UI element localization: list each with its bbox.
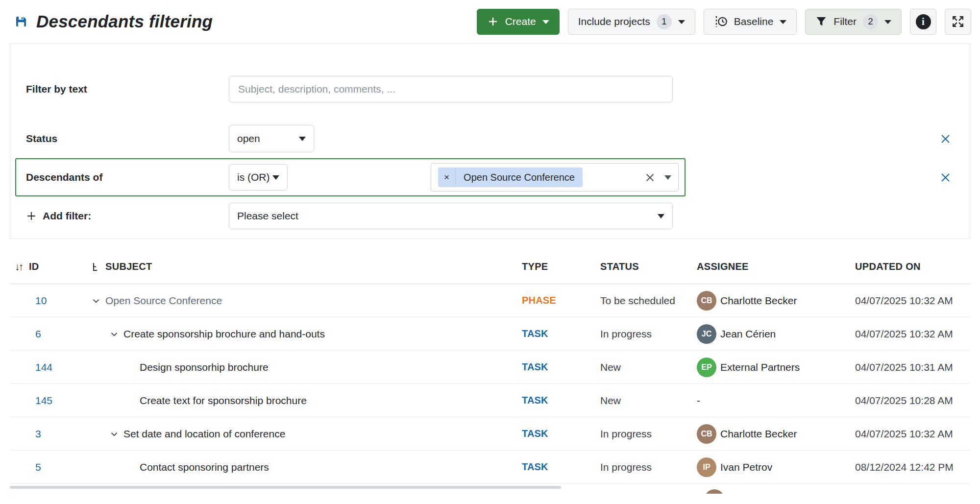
fullscreen-icon [952,15,964,28]
type-label: TASK [512,395,590,406]
id-cell: 10 [10,295,81,307]
avatar: EP [697,358,716,377]
descendants-operator-select[interactable]: is (OR) [229,164,288,191]
type-label: TASK [512,361,590,373]
avatar [705,489,724,494]
partial-next-row [10,484,970,494]
filter-row-text: Filter by text [26,76,960,102]
plus-icon [487,16,499,27]
include-projects-label: Include projects [578,16,650,27]
status-operator-value: open [237,133,260,144]
filter-row-descendants: Descendants of is (OR) × Open Source Con… [10,158,960,196]
avatar: IP [697,457,716,477]
work-package-id-link[interactable]: 10 [35,295,47,306]
status-filter-label: Status [26,133,229,144]
page-title: Descendants filtering [36,12,213,31]
table-row[interactable]: 3 Set date and location of conference TA… [10,417,970,451]
create-button-label: Create [505,16,536,27]
assignee-cell: JC Jean Cérien [691,324,850,344]
chevron-down-icon[interactable] [664,175,671,180]
sort-icon: ↓↑ [15,261,22,273]
chevron-down-icon [678,20,685,24]
clear-selection-icon[interactable] [645,173,655,182]
table-row[interactable]: 145 Create text for sponsorship brochure… [10,384,970,417]
descendants-operator-value: is (OR) [237,171,270,183]
assignee-cell: CB Charlotte Becker [691,291,850,311]
subject-cell: Open Source Conference [81,295,512,307]
table-header-row: ↓↑ ID SUBJECT TYPE STATUS ASSIGNEE UPDAT… [10,250,970,284]
chevron-down-icon [272,175,279,180]
work-package-id-link[interactable]: 6 [35,328,41,339]
column-header-assignee[interactable]: ASSIGNEE [691,261,850,272]
toolbar: Descendants filtering Create Include pro… [0,0,980,43]
updated-on-value: 04/07/2025 10:32 AM [850,428,970,440]
assignee-cell: EP External Partners [691,358,850,377]
info-icon: i [916,14,931,29]
remove-status-filter-button[interactable] [931,134,960,144]
work-package-id-link[interactable]: 144 [35,361,52,373]
subject-text: Create text for sponsorship brochure [140,395,307,407]
column-header-type[interactable]: TYPE [512,261,590,272]
filter-row-status: Status open [26,125,960,152]
table-body: 10 Open Source Conference PHASE To be sc… [10,284,970,484]
filter-button[interactable]: Filter 2 [805,9,902,35]
add-filter-select[interactable]: Please select [229,203,673,229]
work-packages-table: ↓↑ ID SUBJECT TYPE STATUS ASSIGNEE UPDAT… [10,250,970,494]
descendants-value-select[interactable]: × Open Source Conference [431,163,679,192]
column-header-subject[interactable]: SUBJECT [81,261,512,272]
horizontal-scrollbar[interactable] [10,486,561,489]
type-label: TASK [512,328,590,339]
subject-text: Contact sponsoring partners [140,461,269,473]
descendants-of-label: Descendants of [26,171,229,183]
subject-cell: Create text for sponsorship brochure [81,395,512,407]
baseline-label: Baseline [734,16,774,27]
id-cell: 145 [10,395,81,407]
plus-icon [26,211,37,221]
column-label-subject: SUBJECT [105,261,152,272]
chevron-down-icon [299,137,306,141]
add-filter-label: Add filter: [43,210,91,222]
chevron-down-icon[interactable] [109,329,120,339]
include-projects-button[interactable]: Include projects 1 [568,9,695,35]
column-header-id[interactable]: ↓↑ ID [10,261,81,273]
column-header-status[interactable]: STATUS [590,261,691,272]
baseline-button[interactable]: Baseline [704,9,797,35]
status-label: In progress [590,428,691,440]
info-button[interactable]: i [910,9,936,35]
work-package-id-link[interactable]: 3 [35,428,41,439]
filter-funnel-icon [815,16,827,27]
filter-row-add: Add filter: Please select [26,202,960,230]
status-label: In progress [590,461,691,473]
chevron-down-icon[interactable] [109,429,120,439]
remove-descendants-filter-button[interactable] [931,173,960,182]
table-row[interactable]: 6 Create sponsorship brochure and hand-o… [10,317,970,351]
column-label-id: ID [29,261,39,272]
subject-text: Open Source Conference [105,295,222,307]
assignee-name: Charlotte Becker [720,428,797,440]
assignee-cell: CB Charlotte Becker [691,424,850,444]
table-row[interactable]: 5 Contact sponsoring partners TASK In pr… [10,451,970,484]
save-view-icon[interactable] [14,14,28,29]
type-label: TASK [512,461,590,473]
subject-cell: Contact sponsoring partners [81,461,512,473]
filter-text-input[interactable] [229,76,673,102]
table-row[interactable]: 10 Open Source Conference PHASE To be sc… [10,284,970,317]
chip-remove-icon[interactable]: × [438,168,456,187]
status-operator-select[interactable]: open [229,125,314,152]
fullscreen-button[interactable] [945,9,971,35]
chevron-down-icon [884,20,891,24]
add-filter-placeholder: Please select [237,210,298,222]
assignee-name: Charlotte Becker [720,295,797,307]
column-header-updated-on[interactable]: UPDATED ON [850,261,970,272]
table-row[interactable]: 144 Design sponsorhip brochure TASK New … [10,351,970,384]
updated-on-value: 08/12/2024 12:42 PM [850,461,970,473]
work-package-id-link[interactable]: 5 [35,461,41,473]
subject-text: Design sponsorhip brochure [140,361,269,373]
id-cell: 3 [10,428,81,440]
create-button[interactable]: Create [477,9,560,35]
assignee-name: Jean Cérien [720,328,776,340]
baseline-icon [714,15,728,28]
work-package-id-link[interactable]: 145 [35,395,52,406]
chevron-down-icon[interactable] [91,295,101,306]
avatar: CB [697,291,716,311]
